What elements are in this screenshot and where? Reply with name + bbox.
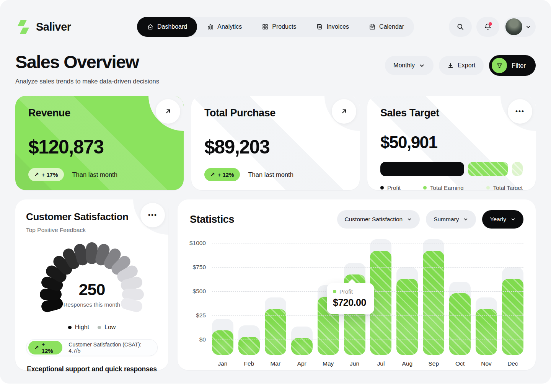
csat-delta-badge: ↗+ 12% — [28, 341, 62, 354]
nav-item-products[interactable]: Products — [252, 17, 306, 37]
top-navigation: Saliver DashboardAnalyticsProductsInvoic… — [0, 0, 551, 37]
nav-item-label: Calendar — [379, 23, 404, 30]
total-purchase-delta-value: + 12% — [218, 172, 234, 178]
revenue-delta-badge: ↗+ 17% — [28, 168, 64, 181]
view-dropdown[interactable]: Summary — [426, 210, 476, 229]
bar-oct[interactable] — [449, 243, 471, 355]
total-purchase-expand-button[interactable] — [332, 99, 356, 124]
range-dropdown[interactable]: Yearly — [482, 210, 523, 229]
statistics-card: Statistics Customer Satisfaction Summary… — [178, 199, 536, 370]
legend-item: Total Target — [486, 185, 523, 190]
bar-jan[interactable] — [212, 243, 233, 355]
nav-item-calendar[interactable]: Calendar — [359, 17, 414, 37]
home-icon — [147, 23, 154, 30]
x-tick-label: Nov — [476, 360, 497, 367]
export-button-label: Export — [458, 62, 475, 69]
range-dropdown-label: Yearly — [490, 216, 506, 223]
notifications-button[interactable] — [476, 17, 499, 37]
bar-fill — [396, 279, 418, 355]
y-tick-label: $1000 — [189, 240, 206, 247]
brand: Saliver — [15, 19, 130, 34]
y-tick-label: $750 — [193, 264, 206, 271]
nav-item-analytics[interactable]: Analytics — [197, 17, 252, 37]
statistics-filters: Customer Satisfaction Summary Yearly — [337, 210, 523, 229]
y-tick-label: $25 — [196, 312, 206, 319]
x-tick-label: Mar — [265, 360, 286, 367]
bar-fill — [502, 279, 523, 355]
legend-label: Hight — [75, 324, 89, 331]
view-dropdown-label: Summary — [434, 216, 459, 223]
metric-dropdown[interactable]: Customer Satisfaction — [337, 210, 420, 229]
x-tick-label: Oct — [449, 360, 471, 367]
y-tick-label: $0 — [199, 336, 206, 343]
satisfaction-legend-item: Low — [98, 324, 116, 331]
bar-feb[interactable] — [238, 243, 260, 355]
bar-aug[interactable] — [396, 243, 418, 355]
x-axis-labels: JanFebMarAprMayJunJulAugSepOctNovDec — [212, 360, 523, 367]
download-icon — [447, 62, 454, 69]
statistics-title: Statistics — [190, 214, 234, 225]
nav-actions — [421, 17, 536, 37]
arrow-up-right-icon — [164, 108, 172, 115]
tooltip-series-row: Profit — [333, 288, 368, 295]
legend-dot — [423, 186, 427, 189]
x-tick-label: Dec — [502, 360, 523, 367]
revenue-expand-button[interactable] — [156, 99, 180, 124]
satisfaction-more-button[interactable]: ••• — [140, 203, 165, 227]
arrow-up-right-icon: ↗ — [34, 171, 39, 178]
profile-menu[interactable] — [504, 17, 536, 37]
bar-mar[interactable] — [265, 243, 286, 355]
gridline — [212, 315, 523, 316]
total-purchase-card: Total Purchase $89,203 ↗+ 12% Than last … — [191, 96, 360, 190]
bar-dec[interactable] — [502, 243, 523, 355]
gridline — [212, 340, 523, 340]
csat-delta-value: + 12% — [42, 341, 57, 354]
app-canvas: Saliver DashboardAnalyticsProductsInvoic… — [0, 0, 551, 384]
bar-fill — [212, 330, 233, 355]
legend-dot — [486, 186, 490, 189]
sales-target-progress — [380, 162, 523, 176]
page-subtitle: Analyze sales trends to make data-driven… — [15, 78, 159, 85]
nav-item-dashboard[interactable]: Dashboard — [137, 17, 197, 37]
nav-item-invoices[interactable]: Invoices — [306, 17, 359, 37]
export-button[interactable]: Export — [439, 56, 484, 75]
x-tick-label: Jun — [344, 360, 365, 367]
metric-dropdown-label: Customer Satisfaction — [345, 216, 403, 223]
filter-button[interactable]: Filter — [489, 55, 536, 76]
arrow-up-right-icon: ↗ — [34, 344, 39, 351]
period-dropdown[interactable]: Monthly — [385, 56, 434, 75]
bar-sep[interactable] — [423, 243, 444, 355]
page-header-text: Sales Overview Analyze sales trends to m… — [15, 51, 159, 85]
y-tick-label: $500 — [193, 288, 206, 295]
gridline — [212, 267, 523, 268]
legend-dot — [98, 326, 101, 329]
search-icon — [456, 23, 464, 31]
tooltip-value: $720.00 — [333, 297, 368, 308]
legend-label: Low — [104, 324, 116, 331]
arrow-up-right-icon — [340, 108, 348, 115]
satisfaction-legend: HightLow — [26, 324, 158, 331]
x-tick-label: Aug — [396, 360, 418, 367]
chevron-down-icon — [419, 62, 425, 69]
x-tick-label: Jan — [212, 360, 233, 367]
y-axis: $1000$750$500$25$0 — [190, 243, 212, 355]
legend-item: Profit — [380, 185, 401, 190]
page-controls: Monthly Export Filter — [385, 55, 536, 76]
stat-cards-row: Revenue $120,873 ↗+ 17% Than last month … — [0, 85, 551, 190]
tooltip-series-label: Profit — [339, 288, 353, 295]
gauge-caption: Responses this month — [26, 301, 158, 308]
products-icon — [262, 23, 269, 30]
customer-satisfaction-card: Customer Satisfaction Top Positive Feedb… — [15, 199, 168, 370]
satisfaction-legend-item: Hight — [68, 324, 89, 331]
nav-item-label: Invoices — [326, 23, 349, 30]
bar-apr[interactable] — [291, 243, 313, 355]
progress-segment-total-earning — [468, 162, 508, 176]
satisfaction-subtitle: Top Positive Feedback — [26, 227, 158, 234]
x-tick-label: May — [318, 360, 339, 367]
nav-item-label: Products — [272, 23, 296, 30]
sales-target-more-button[interactable]: ••• — [508, 99, 532, 124]
bottom-row: Customer Satisfaction Top Positive Feedb… — [0, 190, 551, 370]
search-button[interactable] — [449, 17, 472, 37]
bar-nov[interactable] — [476, 243, 497, 355]
satisfaction-footer: Exceptional support and quick responses — [26, 365, 158, 373]
